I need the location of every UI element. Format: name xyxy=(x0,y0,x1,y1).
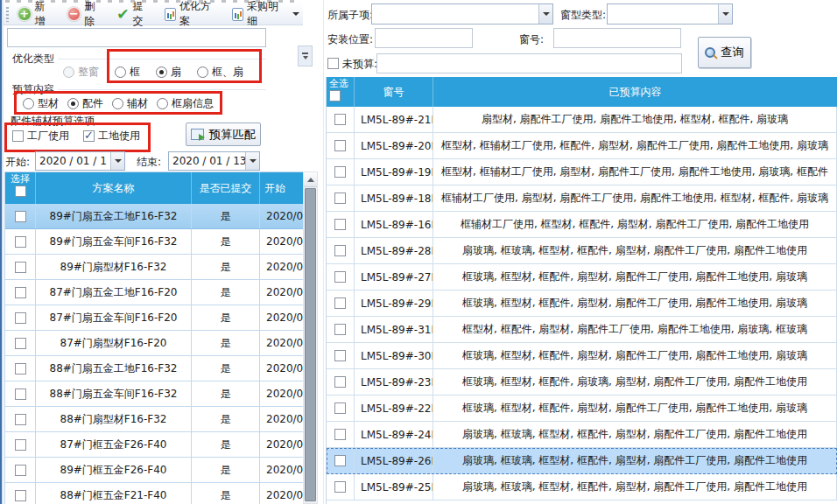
toolbar-button-purchase-detail[interactable]: 采购明细 xyxy=(229,0,303,31)
select-all-checkbox[interactable] xyxy=(329,90,341,102)
radio-icon xyxy=(63,66,74,78)
row-checkbox[interactable] xyxy=(15,490,26,501)
row-checkbox[interactable] xyxy=(15,414,26,425)
row-checkbox[interactable] xyxy=(334,455,346,466)
row-checkbox[interactable] xyxy=(334,192,346,204)
sub-item-combobox[interactable] xyxy=(371,4,553,24)
end-date-value: 2020 / 01 / 13 xyxy=(169,155,245,167)
table-row[interactable]: LM5L-89#-26F24扇玻璃, 框玻璃, 框型材, 框配件, 扇型材, 扇… xyxy=(327,448,837,474)
scroll-up-icon[interactable] xyxy=(304,172,317,187)
dropdown-caret-icon[interactable] xyxy=(292,12,299,16)
table-row[interactable]: LM5L-89#-24F22扇玻璃, 框玻璃, 框型材, 框配件, 扇型材, 扇… xyxy=(327,422,837,448)
window-no-input[interactable] xyxy=(553,28,681,48)
row-checkbox[interactable] xyxy=(15,312,26,324)
dropdown-arrow-icon[interactable] xyxy=(718,4,732,24)
row-checkbox[interactable] xyxy=(15,338,26,349)
table-row[interactable]: LM5L-89#-29F27框玻璃, 框型材, 框配件, 扇型材, 扇配件工厂使… xyxy=(327,290,837,317)
checkbox-usage-0[interactable]: 工厂使用 xyxy=(12,129,69,144)
toolbar-overflow-button[interactable] xyxy=(298,46,313,66)
row-checkbox[interactable] xyxy=(334,245,346,256)
not-budgeted-input[interactable] xyxy=(376,53,682,74)
radio-budget-content-3[interactable]: 框扇信息 xyxy=(157,96,214,111)
table-row[interactable]: 87#门框五金F26-F40是2020/0 xyxy=(5,432,304,458)
table-row[interactable]: LM5L-89#-21F19扇型材, 扇配件工厂使用, 扇配件工地使用, 框型材… xyxy=(327,107,837,133)
row-checkbox[interactable] xyxy=(15,287,26,298)
row-checkbox[interactable] xyxy=(334,324,346,335)
table-row[interactable]: LM5L-89#-18F16框辅材工厂使用, 扇型材, 扇配件工厂使用, 扇配件… xyxy=(327,186,837,212)
table-row[interactable]: LM5L-89#-19F17框型材, 框辅材工厂使用, 扇型材, 扇配件工厂使用… xyxy=(327,159,837,186)
row-checkbox[interactable] xyxy=(334,402,346,414)
table-row[interactable]: 87#门扇五金车间F16-F20是2020/0 xyxy=(5,305,304,331)
table-row[interactable]: LM5L-89#-16F15框辅材工厂使用, 框型材, 框配件, 扇型材, 扇配… xyxy=(327,212,837,238)
row-checkbox[interactable] xyxy=(334,429,346,440)
row-checkbox[interactable] xyxy=(334,298,346,309)
plan-filter-input[interactable] xyxy=(7,28,266,47)
dropdown-arrow-icon[interactable] xyxy=(245,152,259,170)
window-type-combobox[interactable] xyxy=(607,4,733,24)
not-budgeted-checkbox[interactable] xyxy=(327,58,339,69)
table-row[interactable]: 88#门扇五金工地F16-F32是2020/0 xyxy=(5,356,304,382)
table-row[interactable]: 89#门框五金F26-F40是2020/0 xyxy=(5,458,304,483)
radio-budget-content-1[interactable]: 配件 xyxy=(67,96,103,111)
table-row[interactable]: 88#门扇型材F16-F32是2020/0 xyxy=(5,407,304,432)
toolbar-grip[interactable] xyxy=(6,7,9,22)
chart-doc-icon xyxy=(232,8,243,21)
table-row[interactable]: LM5L-89#-20F18框型材, 框辅材工厂使用, 框配件, 扇型材, 扇配… xyxy=(327,133,837,159)
table-row[interactable]: LM5L-89#-27F25框玻璃, 框型材, 框配件, 扇型材, 扇配件工厂使… xyxy=(327,264,837,290)
radio-optimize-type-2[interactable]: 扇 xyxy=(156,65,181,80)
row-checkbox[interactable] xyxy=(334,350,346,361)
table-row[interactable]: LM5L-89#-31F29框型材, 框配件, 扇型材, 扇配件工厂使用, 扇配… xyxy=(327,317,837,343)
radio-budget-content-2[interactable]: 辅材 xyxy=(112,96,148,111)
cell-select xyxy=(5,331,36,356)
row-checkbox[interactable] xyxy=(15,439,26,451)
row-checkbox[interactable] xyxy=(334,114,346,125)
table-row[interactable]: 89#门扇五金工地F16-F32是2020/0 xyxy=(5,204,304,229)
toolbar-button-submit[interactable]: 提交 xyxy=(113,0,156,31)
row-checkbox[interactable] xyxy=(334,166,346,178)
table-row[interactable]: 88#门扇五金车间F16-F32是2020/0 xyxy=(5,382,304,407)
toolbar-button-add[interactable]: 新增 xyxy=(14,0,59,31)
table-row[interactable]: 88#门框五金F21-F40是2020/0 xyxy=(5,483,304,504)
app-window: 新增删除提交优化方案采购明细 优化类型 整窗框扇框、扇 预算内容 型材配件辅材框… xyxy=(0,0,837,504)
table-row[interactable]: 87#门扇五金工地F16-F20是2020/0 xyxy=(5,280,304,305)
cell-window-no: LM5L-89#-21F19 xyxy=(355,107,433,133)
start-date-picker[interactable]: 2020 / 01 / 1 xyxy=(35,151,125,171)
row-checkbox[interactable] xyxy=(15,363,26,374)
row-checkbox[interactable] xyxy=(334,271,346,283)
row-checkbox[interactable] xyxy=(15,388,26,400)
radio-label: 框 xyxy=(130,65,140,80)
toolbar-button-delete[interactable]: 删除 xyxy=(64,0,109,31)
toolbar-button-optimize-plan[interactable]: 优化方案 xyxy=(161,0,223,31)
checkbox-usage-1[interactable]: 工地使用 xyxy=(83,129,140,144)
budget-match-button[interactable]: 预算匹配 xyxy=(186,122,261,146)
row-checkbox[interactable] xyxy=(334,481,346,493)
row-checkbox[interactable] xyxy=(334,140,346,151)
dropdown-arrow-icon[interactable] xyxy=(538,4,552,24)
scrollbar-thumb[interactable] xyxy=(305,188,316,501)
toolbar-button-label: 优化方案 xyxy=(179,0,220,29)
row-checkbox[interactable] xyxy=(15,211,26,222)
table-row[interactable]: 87#门扇型材F16-F20是2020/0 xyxy=(5,331,304,356)
table-row[interactable]: LM5L-89#-22F20框玻璃, 框型材, 框配件, 扇型材, 扇配件工厂使… xyxy=(327,396,837,422)
radio-optimize-type-1[interactable]: 框 xyxy=(115,65,140,80)
table-row[interactable]: LM5L-89#-25F23扇玻璃, 框玻璃, 框型材, 框配件, 扇型材, 扇… xyxy=(327,474,837,500)
table-row[interactable]: LM5L-89#-28F26扇玻璃, 框玻璃, 框型材, 框配件, 扇型材, 扇… xyxy=(327,238,837,264)
radio-optimize-type-3[interactable]: 框、扇 xyxy=(197,65,243,80)
select-all-checkbox[interactable] xyxy=(15,186,26,197)
row-checkbox[interactable] xyxy=(15,465,26,476)
install-position-input[interactable] xyxy=(375,28,473,48)
row-checkbox[interactable] xyxy=(334,219,346,230)
plans-table-scrollbar[interactable] xyxy=(303,172,318,504)
row-checkbox[interactable] xyxy=(334,376,346,388)
cell-select xyxy=(327,474,355,500)
table-row[interactable]: LM5L-89#-30F28框玻璃, 框型材, 框配件, 扇型材, 扇配件工厂使… xyxy=(327,343,837,369)
end-date-picker[interactable]: 2020 / 01 / 13 xyxy=(168,151,260,171)
row-checkbox[interactable] xyxy=(15,262,26,273)
query-button[interactable]: 查询 xyxy=(698,37,751,68)
radio-budget-content-0[interactable]: 型材 xyxy=(23,96,59,111)
row-checkbox[interactable] xyxy=(15,236,26,248)
dropdown-arrow-icon[interactable] xyxy=(110,152,124,170)
table-row[interactable]: 89#门扇五金车间F16-F32是2020/0 xyxy=(5,229,304,255)
table-row[interactable]: LM5L-89#-23F21框玻璃, 框型材, 框配件, 扇玻璃, 扇型材, 扇… xyxy=(327,369,837,396)
table-row[interactable]: 89#门扇型材F16-F32是2020/0 xyxy=(5,255,304,280)
